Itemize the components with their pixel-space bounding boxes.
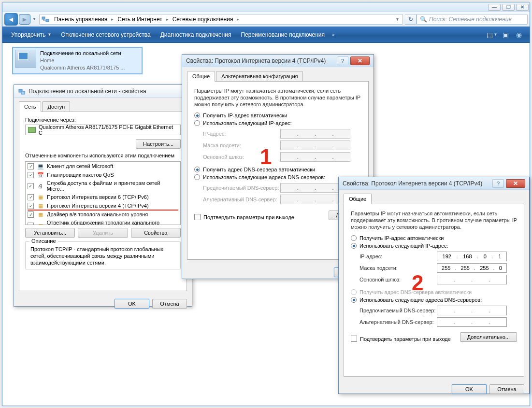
rename-button[interactable]: Переименование подключения [236,29,330,40]
component-item[interactable]: ✓▦Драйвер в/в тополога канального уровня [26,210,180,219]
connection-item[interactable]: Подключение по локальной сети Home Qualc… [12,47,143,74]
alt-dns-field[interactable]: ... [437,317,507,327]
cancel-button[interactable]: Отмена [489,384,524,394]
back-button[interactable]: ◄ [4,13,18,26]
breadcrumb-segment[interactable]: Панель управления [51,14,110,24]
radio-icon [351,289,357,295]
tab-general[interactable]: Общие [187,71,215,82]
address-dropdown[interactable]: ▼ [392,17,403,22]
organize-menu[interactable]: Упорядочить▼ [6,29,56,40]
tab-network[interactable]: Сеть [19,101,41,112]
dialog-titlebar: Подключение по локальной сети - свойства [14,85,192,98]
configure-button[interactable]: Настроить... [136,139,181,149]
component-item[interactable]: ✓▦Ответчик обнаружения топологии канальн… [26,219,180,225]
connection-adapter: Qualcomm Atheros AR8171/8175 ... [40,64,125,71]
radio-auto-dns[interactable]: Получить адрес DNS-сервера автоматически [194,167,361,172]
svg-rect-0 [42,17,45,19]
checkbox[interactable] [194,214,201,220]
network-icon [18,87,26,95]
radio-icon [194,120,200,126]
component-item[interactable]: ✓🖨Служба доступа к файлам и принтерам се… [26,179,180,193]
maximize-button[interactable]: ❐ [502,4,515,11]
svg-rect-3 [21,91,25,94]
validate-checkbox-row[interactable]: Подтвердить параметры при выходе [351,336,451,342]
radio-manual-ip[interactable]: Использовать следующий IP-адрес: [351,243,517,249]
checkbox[interactable]: ✓ [28,163,34,169]
preferred-dns-field[interactable]: ... [437,306,507,315]
checkbox[interactable]: ✓ [28,172,34,178]
radio-auto-ip[interactable]: Получить IP-адрес автоматически [351,235,517,241]
annotation-underline [28,210,178,211]
radio-auto-ip[interactable]: Получить IP-адрес автоматически [194,113,361,118]
subnet-mask-field[interactable]: 255.255.255.0 [437,263,507,273]
radio-manual-dns[interactable]: Использовать следующие адреса DNS-сервер… [351,297,517,303]
search-input[interactable]: 🔍 Поиск: Сетевые подключения [417,14,528,25]
properties-button[interactable]: Свойства [131,228,181,238]
radio-icon [194,167,200,172]
checkbox[interactable]: ✓ [28,211,34,218]
annotation-number-2: 2 [412,271,423,295]
checkbox[interactable]: ✓ [28,203,34,209]
description-group: Описание Протокол TCP/IP - стандартный п… [25,241,181,269]
gateway-field[interactable]: ... [437,275,507,284]
chevron-right-icon[interactable]: ▸ [110,17,115,22]
checkbox[interactable]: ✓ [28,183,34,189]
component-item[interactable]: ✓▦Протокол Интернета версии 6 (TCP/IPv6) [26,193,180,201]
tab-access[interactable]: Доступ [42,101,70,112]
validate-checkbox-row[interactable]: Подтвердить параметры при выходе [194,214,294,220]
dialog-titlebar: Свойства: Протокол Интернета версии 4 (T… [339,177,529,190]
tab-general[interactable]: Общие [344,194,372,204]
refresh-button[interactable]: ↻ [405,14,417,25]
cancel-button[interactable]: Отмена [152,299,187,309]
connection-properties-dialog: Подключение по локальной сети - свойства… [14,84,192,307]
breadcrumb-segment[interactable]: Сетевые подключения [170,14,236,24]
subnet-mask-label: Маска подсети: [359,265,437,271]
ok-button[interactable]: OK [115,299,149,309]
help-button[interactable]: ? [337,56,348,65]
history-dropdown[interactable]: ▼ [31,17,37,21]
close-button[interactable]: ✕ [350,56,370,65]
description-text: Протокол TCP/IP - стандартный протокол г… [30,246,175,266]
components-label: Отмеченные компоненты используются этим … [25,153,181,158]
component-item[interactable]: ✓📅Планировщик пакетов QoS [26,170,180,179]
minimize-button[interactable]: ― [488,4,501,11]
help-button[interactable]: ◉ [513,29,525,41]
view-menu[interactable]: ▤▼ [486,29,498,41]
ip-address-field[interactable]: 192.168.0.1 [437,252,507,261]
radio-manual-ip[interactable]: Использовать следующий IP-адрес: [194,120,361,126]
subnet-mask-field: ... [280,141,350,150]
dialog-title: Свойства: Протокол Интернета версии 4 (T… [343,180,492,187]
diagnose-button[interactable]: Диагностика подключения [156,29,236,40]
components-list[interactable]: ✓💻Клиент для сетей Microsoft ✓📅Планировщ… [25,161,181,225]
radio-manual-dns[interactable]: Использовать следующие адреса DNS-сервер… [194,174,361,180]
chevron-right-icon[interactable]: ▸ [165,17,170,22]
checkbox[interactable]: ✓ [28,223,34,225]
close-button[interactable]: ✕ [506,179,525,188]
radio-icon [194,174,200,180]
forward-button[interactable]: ► [19,14,30,25]
chevron-right-icon[interactable]: ▸ [236,17,240,22]
install-button[interactable]: Установить... [25,228,75,238]
advanced-button[interactable]: Дополнительно... [460,332,517,342]
radio-icon [351,297,357,303]
window-titlebar: ― ❐ ✕ [2,2,530,12]
close-button[interactable]: ✕ [516,4,529,11]
component-item-tcpip4[interactable]: ✓▦Протокол Интернета версии 4 (TCP/IPv4) [26,201,180,210]
radio-auto-dns: Получить адрес DNS-сервера автоматически [351,289,517,295]
overflow-chevron[interactable]: » [330,32,337,37]
address-bar[interactable]: Панель управления ▸ Сеть и Интернет ▸ Се… [39,14,403,25]
tab-alternative[interactable]: Альтернативная конфигурация [216,71,303,82]
checkbox[interactable]: ✓ [28,194,34,200]
connect-using-label: Подключение через: [25,117,181,123]
checkbox[interactable] [351,336,357,342]
ok-button[interactable]: OK [452,384,487,394]
gateway-label: Основной шлюз: [359,277,437,282]
component-item[interactable]: ✓💻Клиент для сетей Microsoft [26,162,180,170]
preferred-dns-label: Предпочитаемый DNS-сервер: [359,308,437,313]
annotation-number-1: 1 [260,145,272,169]
help-button[interactable]: ? [492,179,504,188]
alt-dns-label: Альтернативный DNS-сервер: [203,197,280,202]
disable-device-button[interactable]: Отключение сетевого устройства [56,29,155,40]
preview-pane-button[interactable]: ▣ [500,29,511,41]
breadcrumb-segment[interactable]: Сеть и Интернет [115,14,165,24]
